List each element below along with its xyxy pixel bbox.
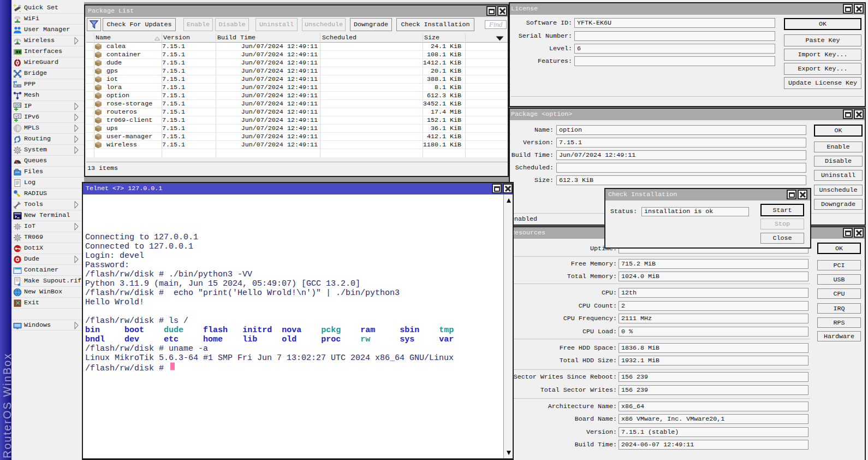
svg-text:v6: v6 bbox=[15, 114, 20, 119]
svg-text:255: 255 bbox=[15, 104, 21, 108]
